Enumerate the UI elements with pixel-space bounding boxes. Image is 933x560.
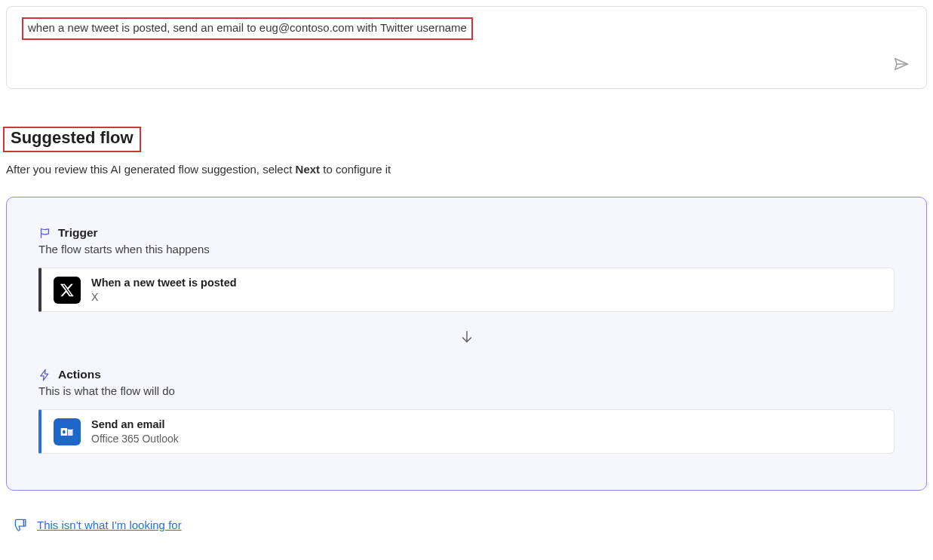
not-looking-for-link[interactable]: This isn't what I'm looking for xyxy=(37,519,182,531)
action-step-sub: Office 365 Outlook xyxy=(91,432,179,445)
subtitle-post: to configure it xyxy=(320,163,391,176)
suggested-flow-title-highlight: Suggested flow xyxy=(3,127,141,152)
arrow-down-icon xyxy=(38,329,895,345)
trigger-step-card[interactable]: When a new tweet is posted X xyxy=(38,268,895,312)
action-step-title: Send an email xyxy=(91,418,179,432)
prompt-input-card[interactable]: when a new tweet is posted, send an emai… xyxy=(6,6,927,89)
flag-icon xyxy=(38,227,51,240)
x-logo-icon xyxy=(54,277,81,304)
suggested-flow-title: Suggested flow xyxy=(11,128,134,147)
lightning-icon xyxy=(38,369,51,381)
thumbs-down-icon[interactable] xyxy=(14,518,28,532)
trigger-step-sub: X xyxy=(91,290,237,304)
subtitle-bold: Next xyxy=(296,163,321,176)
prompt-text: when a new tweet is posted, send an emai… xyxy=(22,17,473,40)
feedback-row: This isn't what I'm looking for xyxy=(14,518,927,532)
trigger-section: Trigger The flow starts when this happen… xyxy=(38,226,895,312)
suggested-flow-subtitle: After you review this AI generated flow … xyxy=(6,163,927,176)
action-step-card[interactable]: Send an email Office 365 Outlook xyxy=(38,409,895,454)
suggested-flow-section: Suggested flow After you review this AI … xyxy=(6,127,927,532)
actions-section: Actions This is what the flow will do Se… xyxy=(38,368,895,454)
subtitle-pre: After you review this AI generated flow … xyxy=(6,163,296,176)
actions-desc: This is what the flow will do xyxy=(38,384,895,397)
trigger-label: Trigger xyxy=(58,226,98,240)
trigger-desc: The flow starts when this happens xyxy=(38,243,895,256)
trigger-step-title: When a new tweet is posted xyxy=(91,276,237,290)
send-icon xyxy=(893,56,910,75)
send-button[interactable] xyxy=(890,54,913,76)
actions-label: Actions xyxy=(58,368,101,381)
outlook-logo-icon xyxy=(54,418,81,445)
svg-point-1 xyxy=(63,430,66,433)
flow-panel: Trigger The flow starts when this happen… xyxy=(6,197,927,491)
